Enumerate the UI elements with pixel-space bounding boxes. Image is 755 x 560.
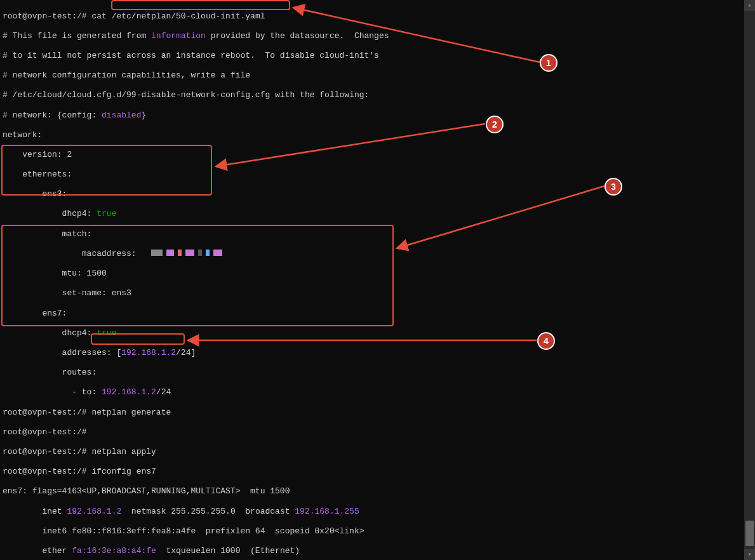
callout-3: 3 — [605, 178, 622, 196]
line: ether fa:16:3e:a8:a4:fe txqueuelen 1000 … — [3, 546, 742, 556]
callout-4: 4 — [537, 332, 555, 350]
line: ens7: flags=4163<UP,BROADCAST,RUNNING,MU… — [3, 486, 742, 497]
line: inet 192.168.1.2 netmask 255.255.255.0 b… — [3, 507, 742, 517]
line: mtu: 1500 — [3, 269, 742, 279]
line: ethernets: — [3, 170, 742, 180]
line: set-name: ens3 — [3, 288, 742, 298]
terminal-output[interactable]: root@ovpn-test:/# cat /etc/netplan/50-cl… — [0, 0, 744, 560]
callout-2: 2 — [486, 116, 504, 133]
line: version: 2 — [3, 150, 742, 160]
line: inet6 fe80::f816:3eff:fea8:a4fe prefixle… — [3, 526, 742, 537]
line: ens3: — [3, 189, 742, 199]
scroll-up-icon[interactable]: ▴ — [744, 0, 755, 11]
callout-1: 1 — [540, 54, 558, 72]
scroll-down-icon[interactable]: ▾ — [744, 549, 755, 560]
scroll-thumb[interactable] — [745, 521, 754, 546]
line: dhcp4: true — [3, 209, 742, 219]
line: root@ovpn-test:/# ifconfig ens7 — [3, 467, 742, 477]
line: # to it will not persist across an insta… — [3, 51, 742, 61]
line: root@ovpn-test:/# netplan generate — [3, 408, 742, 418]
line: # This file is generated from informatio… — [3, 31, 742, 41]
cat-file-path: /etc/netplan/50-cloud-init.yaml — [112, 11, 265, 21]
line: # /etc/cloud/cloud.cfg.d/99-disable-netw… — [3, 90, 742, 100]
line: match: — [3, 229, 742, 239]
line: addresses: [192.168.1.2/24] — [3, 348, 742, 358]
line: - to: 192.168.1.2/24 — [3, 387, 742, 397]
line: # network: {config: disabled} — [3, 110, 742, 121]
line: macaddress: — [3, 249, 742, 259]
line: root@ovpn-test:/# cat /etc/netplan/50-cl… — [3, 11, 742, 22]
line: ens7: — [3, 309, 742, 319]
line: dhcp4: true — [3, 328, 742, 338]
scrollbar[interactable]: ▴ ▾ — [744, 0, 755, 560]
line: # network configuration capabilities, wr… — [3, 70, 742, 81]
line: routes: — [3, 368, 742, 378]
line: root@ovpn-test:/# — [3, 427, 742, 437]
macaddress-redacted — [151, 249, 226, 259]
line: root@ovpn-test:/# netplan apply — [3, 447, 742, 457]
line: network: — [3, 130, 742, 140]
